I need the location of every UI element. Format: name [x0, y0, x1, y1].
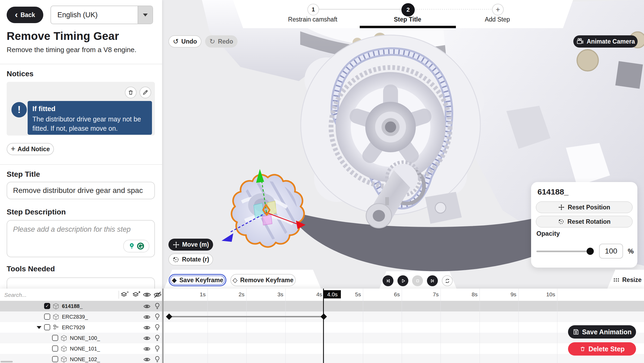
move-icon — [173, 241, 180, 248]
eye-icon[interactable] — [143, 314, 151, 320]
ruler-tick: 6s — [363, 291, 400, 298]
bulb-icon[interactable] — [154, 313, 161, 321]
eye-icon[interactable] — [143, 303, 151, 310]
show-all-button[interactable] — [143, 291, 151, 299]
delete-step-button[interactable]: Delete Step — [568, 342, 636, 356]
row-checkbox[interactable]: ✓ — [52, 356, 58, 362]
part-cube-icon — [60, 356, 67, 363]
remove-keyframe-button[interactable]: ◇ Remove Keyframe — [230, 274, 296, 286]
bulb-icon[interactable] — [154, 302, 161, 310]
row-checkbox[interactable]: ✓ — [52, 345, 58, 352]
timeline-row-label[interactable]: NONE_102_ — [70, 356, 100, 362]
resize-control[interactable]: Resize — [613, 276, 642, 284]
timeline-row-label[interactable]: 614188_ — [62, 303, 83, 309]
back-button[interactable]: ‹ Back — [7, 7, 43, 23]
notice-title: If fitted — [32, 105, 147, 113]
timeline-row[interactable]: ✓ NONE_102_ — [0, 354, 644, 363]
tree-splitter-handle[interactable] — [162, 289, 164, 363]
add-step-circle[interactable]: + — [492, 4, 504, 15]
grammarly-widget[interactable] — [123, 240, 149, 252]
notices-heading: Notices — [7, 70, 33, 78]
skip-to-end-button[interactable] — [427, 275, 438, 286]
row-checkbox[interactable]: ✓ — [44, 314, 50, 320]
timeline-row-label[interactable]: ERC7929 — [62, 324, 85, 331]
move-tool-button[interactable]: Move (m) — [168, 239, 213, 251]
drag-dots-icon — [613, 277, 620, 282]
bulb-icon[interactable] — [154, 334, 161, 342]
timeline-row[interactable]: ✓ ERC7929 — [0, 322, 644, 333]
opacity-slider[interactable] — [536, 251, 591, 252]
notice-content[interactable]: If fitted The distributor drive gear may… — [28, 101, 152, 135]
hide-all-button[interactable] — [153, 291, 162, 299]
app-root: 1 2 + Restrain camshaft Step Title Add S… — [0, 0, 644, 363]
step-2-circle[interactable]: 2 — [401, 3, 415, 16]
row-checkbox[interactable]: ✓ — [44, 303, 50, 309]
save-animation-button[interactable]: Save Animation — [568, 325, 636, 339]
ruler-tick: 10s — [519, 291, 555, 298]
rotate-icon — [172, 256, 179, 263]
divider — [0, 64, 162, 64]
bulb-icon[interactable] — [154, 345, 161, 353]
language-select[interactable]: English (UK) — [50, 6, 153, 24]
timeline-row-label[interactable]: ERC2839_ — [62, 314, 88, 320]
play-button[interactable] — [397, 275, 408, 286]
add-notice-button[interactable]: + Add Notice — [7, 143, 54, 155]
bulb-icon[interactable] — [154, 323, 161, 331]
undo-button[interactable]: ↺Undo — [168, 35, 201, 48]
skip-start-icon — [385, 278, 391, 284]
assembly-icon — [52, 324, 60, 331]
eye-icon[interactable] — [143, 335, 151, 342]
layers-remove-button[interactable] — [120, 291, 129, 299]
divider — [0, 164, 162, 165]
opacity-unit: % — [628, 247, 634, 255]
timeline-row[interactable]: ✓ 614188_ — [0, 301, 644, 311]
playhead-line[interactable] — [323, 289, 324, 363]
part-cube-icon — [60, 335, 67, 342]
horizontal-scrollbar[interactable] — [1, 361, 13, 362]
eye-icon[interactable] — [143, 345, 151, 352]
step-2-label[interactable]: Step Title — [360, 16, 455, 23]
step-1-label[interactable]: Restrain camshaft — [265, 16, 361, 23]
bulb-icon[interactable] — [154, 355, 161, 363]
timeline-row[interactable]: ✓ NONE_101_ — [0, 343, 644, 354]
step-1-circle[interactable]: 1 — [307, 4, 319, 15]
save-keyframe-button[interactable]: ◆ Save Keyframe — [169, 274, 226, 286]
edit-notice-button[interactable] — [139, 87, 151, 98]
eye-icon[interactable] — [143, 356, 151, 363]
skip-to-start-button[interactable] — [383, 275, 393, 286]
row-checkbox[interactable]: ✓ — [44, 324, 50, 330]
animate-camera-button[interactable]: Animate Camera — [573, 35, 638, 48]
expander-icon[interactable] — [37, 326, 41, 329]
step-description-heading: Step Description — [7, 208, 66, 216]
movie-camera-icon — [576, 37, 584, 45]
add-step-label[interactable]: Add Step — [450, 16, 545, 23]
timeline-panel: ✓ 614188_ ✓ ERC2839_ ✓ — [0, 289, 644, 363]
keyframe-track-line — [169, 316, 324, 317]
part-inspector-panel: 614188_ Reset Position Reset Rotation Op… — [531, 182, 637, 268]
eye-icon — [143, 291, 151, 299]
layers-add-button[interactable] — [132, 291, 141, 299]
opacity-slider-knob[interactable] — [587, 248, 594, 255]
delete-notice-button[interactable] — [125, 87, 137, 98]
loop-button[interactable] — [442, 275, 453, 286]
row-checkbox[interactable]: ✓ — [52, 335, 58, 341]
gizmo-plane-xy[interactable] — [254, 203, 264, 218]
redo-button[interactable]: ↻Redo — [205, 35, 238, 48]
timeline-row-label[interactable]: NONE_100_ — [70, 335, 100, 341]
grammarly-g-icon — [137, 242, 145, 250]
reset-rotation-button[interactable]: Reset Rotation — [536, 216, 633, 227]
step-title-input[interactable] — [7, 182, 155, 199]
stop-button[interactable] — [412, 275, 423, 286]
timeline-row[interactable]: ✓ NONE_100_ — [0, 333, 644, 343]
opacity-value-input[interactable] — [599, 244, 623, 259]
notice-body: The distributor drive gear may not be fi… — [32, 115, 147, 133]
gizmo-plane-xz[interactable] — [262, 215, 272, 225]
search-input[interactable] — [4, 291, 95, 299]
rotate-tool-button[interactable]: Rotate (r) — [168, 254, 213, 265]
sidebar: ‹ Back English (UK) Remove Timing Gear R… — [0, 0, 162, 289]
reset-position-button[interactable]: Reset Position — [536, 201, 633, 213]
playhead-time-badge[interactable]: 4.0s — [324, 290, 341, 298]
ruler-tick: 2s — [208, 291, 244, 298]
timeline-row-label[interactable]: NONE_101_ — [70, 346, 100, 352]
eye-icon[interactable] — [143, 324, 151, 331]
